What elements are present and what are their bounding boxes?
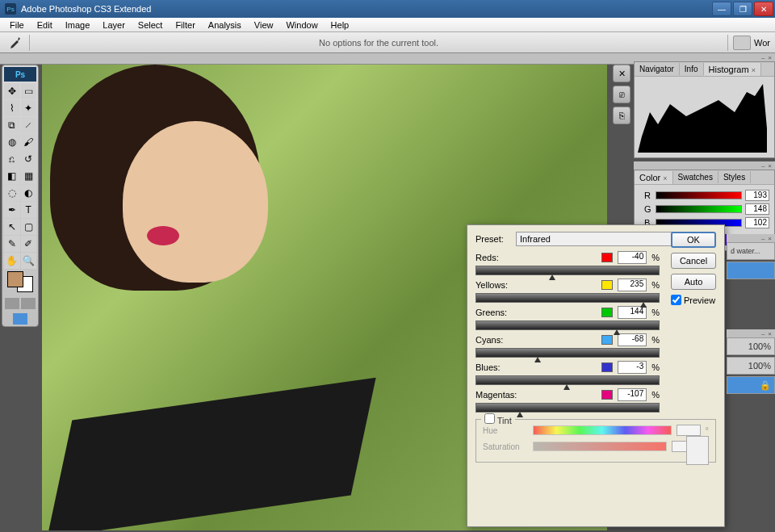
close-panel-icon[interactable]: ×	[768, 54, 772, 61]
menu-view[interactable]: View	[248, 19, 280, 31]
channel-row: Reds:-40%	[475, 251, 660, 275]
auto-button[interactable]: Auto	[671, 274, 716, 290]
quickmask-mode-button[interactable]	[21, 298, 36, 309]
workspace-icon[interactable]	[733, 36, 751, 50]
brush-tool[interactable]: 🖌	[21, 134, 37, 150]
channel-slider[interactable]	[475, 320, 660, 330]
zoom-tool[interactable]: 🔍	[21, 253, 37, 269]
fill-row[interactable]: 100%	[727, 357, 775, 375]
maximize-button[interactable]: ❐	[733, 2, 752, 16]
pen-tool[interactable]: ✒	[4, 202, 20, 218]
dodge-tool[interactable]: ◐	[21, 185, 37, 201]
tint-checkbox-input[interactable]	[484, 413, 495, 424]
r-value[interactable]: 193	[745, 190, 769, 201]
stamp-tool[interactable]: ⎌	[4, 151, 20, 167]
lasso-tool[interactable]: ⌇	[4, 100, 20, 116]
panel-toggle-icon[interactable]: ⎚	[613, 86, 630, 103]
minimize-panel-icon[interactable]: –	[761, 235, 765, 242]
panel-toggle-icon[interactable]: ⎘	[613, 107, 630, 124]
hue-slider[interactable]	[533, 425, 672, 435]
move-tool[interactable]: ✥	[4, 83, 20, 99]
close-panel-icon[interactable]: ×	[768, 162, 772, 170]
histogram-graph	[638, 80, 767, 153]
close-panel-icon[interactable]: ×	[768, 330, 772, 337]
channel-value-input[interactable]: -40	[618, 251, 647, 264]
hand-tool[interactable]: ✋	[4, 253, 20, 269]
shape-tool[interactable]: ▢	[21, 219, 37, 235]
close-panel-icon[interactable]: ×	[768, 235, 772, 242]
screenmode-button[interactable]	[13, 313, 27, 325]
channel-value-input[interactable]: -3	[618, 361, 647, 374]
menu-analysis[interactable]: Analysis	[202, 19, 248, 31]
eraser-tool[interactable]: ◧	[4, 168, 20, 184]
standard-mode-button[interactable]	[5, 298, 19, 309]
r-slider[interactable]	[656, 191, 742, 199]
active-layer[interactable]: 🔒	[727, 376, 775, 394]
channel-slider[interactable]	[475, 403, 660, 413]
channel-value-input[interactable]: -68	[618, 333, 647, 346]
opacity-row[interactable]: 100%	[727, 337, 775, 355]
channel-value-input[interactable]: -107	[618, 388, 647, 401]
menu-image[interactable]: Image	[59, 19, 97, 31]
tab-info[interactable]: Info	[680, 63, 704, 75]
preview-checkbox-input[interactable]	[671, 295, 681, 305]
menu-layer[interactable]: Layer	[96, 19, 132, 31]
path-tool[interactable]: ↖	[4, 219, 20, 235]
gradient-tool[interactable]: ▦	[21, 168, 37, 184]
minimize-panel-icon[interactable]: –	[761, 162, 765, 170]
type-tool[interactable]: T	[21, 202, 37, 218]
g-value[interactable]: 148	[745, 203, 769, 215]
minimize-button[interactable]: —	[712, 2, 731, 16]
window-title: Adobe Photoshop CS3 Extended	[21, 4, 712, 14]
foreground-color-swatch[interactable]	[7, 271, 23, 287]
channel-slider[interactable]	[475, 293, 660, 303]
tab-navigator[interactable]: Navigator	[635, 63, 680, 75]
color-swatches[interactable]	[4, 270, 36, 294]
channel-value-input[interactable]: 144	[618, 306, 647, 319]
minimize-panel-icon[interactable]: –	[761, 54, 765, 61]
channel-swatch	[601, 390, 613, 400]
tab-color[interactable]: Color×	[635, 171, 673, 184]
channel-slider[interactable]	[475, 375, 660, 385]
channel-swatch	[601, 308, 613, 317]
menu-help[interactable]: Help	[325, 19, 356, 31]
channel-value-input[interactable]: 235	[618, 279, 647, 291]
panel-toggle-icon[interactable]: ✕	[613, 65, 630, 82]
menu-window[interactable]: Window	[279, 19, 324, 31]
minimize-panel-icon[interactable]: –	[761, 330, 765, 337]
close-button[interactable]: ✕	[754, 2, 773, 16]
notes-tool[interactable]: ✎	[4, 236, 20, 252]
wand-tool[interactable]: ✦	[21, 100, 37, 116]
ok-button[interactable]: OK	[671, 232, 716, 248]
b-value[interactable]: 102	[745, 217, 769, 228]
channel-g-label: G	[644, 204, 652, 214]
tab-styles[interactable]: Styles	[718, 171, 751, 183]
hue-value[interactable]	[677, 425, 701, 436]
cancel-button[interactable]: Cancel	[671, 253, 716, 269]
crop-tool[interactable]: ⧉	[4, 117, 20, 133]
channel-label: Cyans:	[475, 335, 503, 345]
tab-swatches[interactable]: Swatches	[673, 171, 718, 183]
layer-thumbnail[interactable]	[727, 262, 775, 279]
channel-label: Blues:	[475, 362, 501, 372]
eyedropper-tool[interactable]: ✐	[21, 236, 37, 252]
tools-panel-header[interactable]: Ps	[4, 67, 36, 82]
channel-slider[interactable]	[475, 348, 660, 358]
tab-histogram[interactable]: Histogram×	[704, 63, 761, 76]
channel-r-label: R	[644, 191, 652, 200]
menu-filter[interactable]: Filter	[169, 19, 201, 31]
marquee-tool[interactable]: ▭	[21, 83, 37, 99]
document-tab[interactable]: d water...	[727, 242, 775, 260]
menu-file[interactable]: File	[3, 19, 31, 31]
heal-tool[interactable]: ◍	[4, 134, 20, 150]
menu-select[interactable]: Select	[132, 19, 170, 31]
slice-tool[interactable]: ⟋	[21, 117, 37, 133]
channel-slider[interactable]	[475, 266, 660, 275]
history-brush-tool[interactable]: ↺	[21, 151, 37, 167]
blur-tool[interactable]: ◌	[4, 185, 20, 201]
tint-checkbox[interactable]: Tint	[484, 417, 512, 425]
g-slider[interactable]	[656, 205, 742, 213]
menu-edit[interactable]: Edit	[31, 19, 59, 31]
preview-checkbox[interactable]: Preview	[671, 295, 716, 305]
saturation-slider[interactable]	[533, 442, 667, 451]
